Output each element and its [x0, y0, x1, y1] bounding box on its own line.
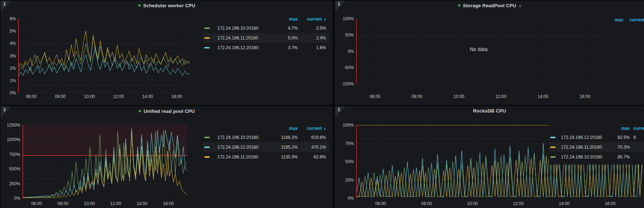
legend-row[interactable]: 172.24.196.12:201801195.2%470.1%: [203, 142, 330, 152]
legend-swatch-cell: [203, 147, 217, 148]
health-heart-icon: ♥: [138, 108, 142, 114]
legend-current-value: 1.6%: [298, 45, 330, 50]
legend-row[interactable]: 172.24.196.11:201801130.3%62.8%: [203, 152, 330, 162]
x-tick-label: 08:00: [409, 94, 425, 99]
panel-title[interactable]: ♥Storage ReadPool CPU∨: [335, 3, 644, 8]
chart-area[interactable]: [18, 19, 190, 93]
legend-header-max[interactable]: max: [272, 17, 298, 22]
series-color-swatch[interactable]: [204, 147, 210, 148]
y-tick-label: 75%: [335, 141, 354, 146]
y-tick-label: 1000%: [1, 137, 20, 142]
legend-header-max[interactable]: max: [272, 126, 298, 131]
legend-max-value: 1130.3%: [272, 154, 298, 160]
x-tick-label: 16:00: [602, 201, 618, 206]
chart-canvas[interactable]: [22, 125, 187, 198]
legend-swatch-cell: [203, 137, 217, 138]
x-tick-label: 06:00: [373, 201, 389, 206]
panel-title[interactable]: ♥Scheduler worker CPU∨: [1, 3, 333, 8]
x-tick-label: 14:00: [556, 201, 572, 206]
legend-current-value: 2.4%: [298, 35, 330, 41]
series-color-swatch[interactable]: [204, 156, 210, 158]
legend: maxcurrent∨172.24.196.10:201804.7%2.5%17…: [203, 15, 330, 52]
legend-header-current[interactable]: current∨: [630, 126, 644, 131]
legend-swatch-cell: [203, 27, 217, 29]
panel-rocksdb-cpu: i ♥RocksDB CPU∨ 0%25%50%75%100%06:0008:0…: [335, 106, 644, 208]
legend-series-label[interactable]: 172.24.196.11:20180: [561, 145, 612, 150]
series-color-swatch[interactable]: [550, 147, 556, 148]
legend-swatch-cell: [549, 137, 561, 138]
x-tick-label: 10:00: [451, 94, 467, 99]
legend-header-current[interactable]: current ∨: [630, 17, 644, 22]
x-tick-label: 06:00: [23, 94, 39, 99]
legend-max-value: 1195.2%: [272, 145, 298, 150]
legend-current-value: 619.6%: [298, 135, 330, 140]
y-tick-label: 50%: [335, 159, 354, 164]
x-tick-label: 16:00: [169, 94, 185, 99]
legend-row[interactable]: 172.24.196.12:2018082.5%6: [549, 132, 644, 142]
panel-title[interactable]: ♥Unified read pool CPU∨: [1, 108, 333, 114]
legend-row[interactable]: 172.24.196.10:201804.7%2.5%: [203, 23, 330, 33]
no-data-text: No data: [470, 46, 488, 52]
legend: maxcurrent∨172.24.196.10:201801188.2%619…: [203, 124, 330, 162]
series-color-swatch[interactable]: [204, 27, 210, 29]
series-line: [18, 31, 190, 68]
legend-series-label[interactable]: 172.24.196.12:20180: [561, 135, 612, 140]
y-tick-label: 0%: [1, 196, 20, 201]
legend-row[interactable]: 172.24.196.10:2018085.7%: [549, 152, 644, 162]
y-tick-label: 1%: [1, 78, 16, 83]
legend-current-value: 6: [630, 135, 644, 140]
legend-series-label[interactable]: 172.24.196.12:20180: [217, 45, 272, 50]
y-tick-label: 0%: [335, 49, 354, 54]
panel-menu-caret-icon: ∨: [519, 4, 522, 8]
legend-row[interactable]: 172.24.196.10:201801188.2%619.6%: [203, 132, 330, 142]
x-tick-label: 10:00: [81, 201, 97, 206]
legend-header-row: maxcurrent∨: [203, 124, 330, 132]
sort-caret-icon: ∨: [323, 18, 326, 21]
legend-series-label[interactable]: 172.24.196.10:20180: [217, 135, 272, 140]
panel-title-text: Storage ReadPool CPU: [463, 3, 516, 8]
series-color-swatch[interactable]: [550, 137, 556, 138]
series-color-swatch[interactable]: [204, 47, 210, 48]
legend-series-label[interactable]: 172.24.196.10:20180: [217, 26, 272, 31]
y-tick-label: 100%: [335, 123, 354, 128]
x-tick-label: 10:00: [81, 94, 97, 99]
y-tick-label: 750%: [1, 152, 20, 157]
legend-max-value: 82.5%: [612, 135, 630, 140]
legend-series-label[interactable]: 172.24.196.11:20180: [217, 35, 272, 41]
y-tick-label: -50%: [335, 65, 354, 70]
legend-row[interactable]: 172.24.196.12:201803.7%1.6%: [203, 43, 330, 52]
panel-title[interactable]: ♥RocksDB CPU∨: [335, 108, 644, 114]
chart-canvas[interactable]: [18, 19, 190, 93]
x-tick-label: 16:00: [160, 201, 176, 206]
legend-series-label[interactable]: 172.24.196.12:20180: [217, 145, 272, 150]
legend-max-value: 4.7%: [272, 26, 298, 31]
legend-header-current[interactable]: current∨: [298, 17, 330, 22]
legend-row[interactable]: 172.24.196.11:201805.0%2.4%: [203, 33, 330, 43]
legend-header-max[interactable]: max: [612, 126, 630, 131]
legend-row[interactable]: 172.24.196.11:2018070.3%: [549, 142, 644, 152]
legend-current-value: 2.5%: [298, 26, 330, 31]
y-tick-label: 0%: [1, 90, 16, 95]
series-color-swatch[interactable]: [204, 137, 210, 138]
series-color-swatch[interactable]: [550, 156, 556, 158]
legend-max-value: 5.0%: [272, 35, 298, 41]
x-tick-label: 14:00: [535, 94, 551, 99]
x-tick-label: 10:00: [464, 201, 480, 206]
legend-header-row: maxcurrent∨: [203, 15, 330, 23]
health-heart-icon: ♥: [457, 3, 461, 8]
panel-storage-readpool-cpu: i ♥Storage ReadPool CPU∨ -100%-50%0%50%1…: [335, 1, 644, 105]
y-tick-label: 100%: [335, 16, 354, 21]
legend-series-label[interactable]: 172.24.196.11:20180: [217, 154, 272, 160]
series-color-swatch[interactable]: [204, 37, 210, 39]
legend-header-current[interactable]: current∨: [298, 126, 330, 131]
y-tick-label: -100%: [335, 81, 354, 86]
y-tick-label: 5%: [1, 29, 16, 34]
legend-header-max[interactable]: max: [615, 17, 623, 22]
y-tick-label: 25%: [335, 178, 354, 183]
panel-title-text: Scheduler worker CPU: [143, 3, 195, 8]
y-tick-label: 1250%: [1, 123, 20, 128]
panel-title-text: Unified read pool CPU: [144, 109, 195, 114]
chart-area[interactable]: [22, 125, 187, 198]
x-tick-label: 14:00: [140, 94, 156, 99]
legend-series-label[interactable]: 172.24.196.10:20180: [561, 154, 612, 160]
